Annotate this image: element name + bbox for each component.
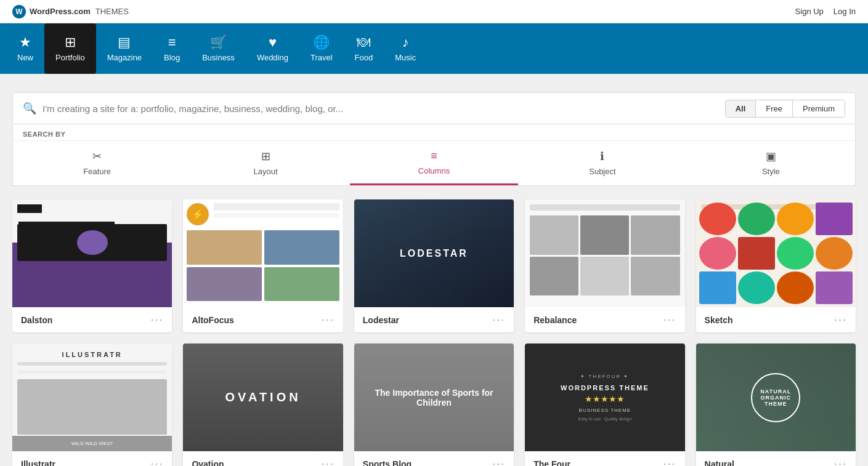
theme-dots-sports[interactable]: ···: [492, 457, 505, 466]
wedding-icon: ♥: [269, 36, 277, 49]
tab-style-label: Style: [762, 167, 780, 176]
theme-footer-altofocus: AltoFocus ···: [183, 307, 343, 332]
filter-free[interactable]: Free: [756, 100, 793, 117]
search-icon: 🔍: [23, 102, 36, 115]
tab-style[interactable]: ▣ Style: [687, 141, 855, 185]
theme-footer-ovation: Ovation ···: [183, 451, 343, 466]
theme-name-thefour: The Four: [533, 459, 570, 467]
theme-dots-ovation[interactable]: ···: [322, 457, 335, 466]
search-by-section: SEARCH BY ✂ Feature ⊞ Layout ≡ Columns ℹ…: [12, 124, 856, 186]
nav-bar: ★ New ⊞ Portfolio ▤ Magazine ≡ Blog 🛒 Bu…: [0, 23, 868, 74]
theme-dots-sketch[interactable]: ···: [834, 313, 847, 326]
ovation-text: OVATION: [225, 390, 301, 404]
theme-name-dalston: Dalston: [21, 315, 52, 325]
filter-all[interactable]: All: [726, 100, 756, 117]
theme-dots-rebalance[interactable]: ···: [663, 313, 676, 326]
theme-name-sports: Sports Blog: [363, 459, 412, 467]
theme-card-lodestar[interactable]: LODESTAR Lodestar ···: [354, 199, 514, 332]
nav-item-travel[interactable]: 🌐 Travel: [299, 23, 344, 74]
columns-icon: ≡: [431, 150, 437, 163]
portfolio-icon: ⊞: [65, 36, 76, 49]
theme-thumb-sketch: [696, 199, 856, 307]
theme-card-dalston[interactable]: Dalston ···: [12, 199, 172, 332]
theme-dots-lodestar[interactable]: ···: [492, 313, 505, 326]
tab-layout[interactable]: ⊞ Layout: [181, 141, 349, 185]
travel-icon: 🌐: [313, 36, 330, 49]
search-container: 🔍 All Free Premium: [12, 92, 856, 124]
theme-name-ovation: Ovation: [192, 459, 224, 467]
nav-label-travel: Travel: [310, 53, 333, 62]
theme-thumb-sports: The Importance of Sports for Children: [354, 343, 514, 451]
theme-thumb-thefour: ✦ THEFOUR ✦ WORDPRESS THEME ★★★★★ BUSINE…: [525, 343, 684, 451]
theme-footer-illustratr: Illustratr ···: [12, 451, 172, 466]
nav-item-portfolio[interactable]: ⊞ Portfolio: [44, 23, 96, 74]
magazine-icon: ▤: [118, 36, 131, 49]
sports-text: The Importance of Sports for Children: [354, 388, 514, 408]
theme-thumb-lodestar: LODESTAR: [354, 199, 514, 307]
tab-subject[interactable]: ℹ Subject: [518, 141, 686, 185]
filter-premium[interactable]: Premium: [793, 100, 845, 117]
tab-feature-label: Feature: [83, 167, 111, 176]
nav-item-business[interactable]: 🛒 Business: [191, 23, 246, 74]
music-icon: ♪: [402, 36, 409, 49]
top-bar-right: Sign Up Log In: [795, 7, 856, 16]
search-input[interactable]: [43, 103, 725, 114]
nav-item-magazine[interactable]: ▤ Magazine: [96, 23, 153, 74]
nav-label-magazine: Magazine: [107, 53, 142, 62]
theme-footer-dalston: Dalston ···: [12, 307, 172, 332]
nav-label-blog: Blog: [164, 53, 180, 62]
theme-card-natural[interactable]: NATURAL ORGANIC THEME Natural ···: [696, 343, 856, 466]
theme-footer-lodestar: Lodestar ···: [354, 307, 514, 332]
theme-grid-row2: ILLUSTRATR WILD WILD WEST Illustratr ···…: [12, 343, 856, 466]
nav-item-new[interactable]: ★ New: [6, 23, 44, 74]
theme-name-altofocus: AltoFocus: [192, 315, 233, 325]
theme-card-sketch[interactable]: Sketch ···: [696, 199, 856, 332]
theme-dots-dalston[interactable]: ···: [150, 313, 163, 326]
lodestar-text: LODESTAR: [400, 248, 468, 259]
nav-item-blog[interactable]: ≡ Blog: [153, 23, 191, 74]
top-bar-left: W WordPress.com THEMES: [12, 5, 129, 18]
theme-dots-natural[interactable]: ···: [834, 457, 847, 466]
signup-link[interactable]: Sign Up: [795, 7, 824, 16]
themes-label: THEMES: [95, 7, 129, 16]
theme-card-rebalance[interactable]: Rebalance ···: [525, 199, 684, 332]
style-icon: ▣: [766, 150, 776, 163]
search-tabs: ✂ Feature ⊞ Layout ≡ Columns ℹ Subject ▣…: [13, 140, 855, 185]
nav-label-food: Food: [355, 53, 373, 62]
nav-item-music[interactable]: ♪ Music: [384, 23, 427, 74]
theme-dots-thefour[interactable]: ···: [663, 457, 676, 466]
nav-item-food[interactable]: 🍽 Food: [344, 23, 384, 74]
tab-feature[interactable]: ✂ Feature: [13, 141, 181, 185]
theme-dots-altofocus[interactable]: ···: [322, 313, 335, 326]
theme-footer-sports: Sports Blog ···: [354, 451, 514, 466]
theme-name-lodestar: Lodestar: [363, 315, 399, 325]
nav-label-business: Business: [202, 53, 235, 62]
top-bar: W WordPress.com THEMES Sign Up Log In: [0, 0, 868, 23]
theme-dots-illustratr[interactable]: ···: [150, 457, 163, 466]
layout-icon: ⊞: [261, 150, 270, 163]
filter-buttons: All Free Premium: [725, 100, 845, 118]
theme-card-thefour[interactable]: ✦ THEFOUR ✦ WORDPRESS THEME ★★★★★ BUSINE…: [525, 343, 684, 466]
theme-thumb-natural: NATURAL ORGANIC THEME: [696, 343, 856, 451]
blog-icon: ≡: [168, 36, 176, 49]
tab-columns[interactable]: ≡ Columns: [350, 141, 518, 185]
theme-card-sports[interactable]: The Importance of Sports for Children Sp…: [354, 343, 514, 466]
nav-label-music: Music: [395, 53, 416, 62]
theme-card-altofocus[interactable]: ⚡ AltoFocus ···: [183, 199, 343, 332]
theme-thumb-rebalance: [525, 199, 684, 307]
theme-card-illustratr[interactable]: ILLUSTRATR WILD WILD WEST Illustratr ···: [12, 343, 172, 466]
nav-item-wedding[interactable]: ♥ Wedding: [246, 23, 299, 74]
theme-footer-thefour: The Four ···: [525, 451, 684, 466]
theme-thumb-altofocus: ⚡: [183, 199, 343, 307]
theme-card-ovation[interactable]: OVATION Ovation ···: [183, 343, 343, 466]
tab-layout-label: Layout: [254, 167, 278, 176]
login-link[interactable]: Log In: [834, 7, 856, 16]
theme-thumb-illustratr: ILLUSTRATR WILD WILD WEST: [12, 343, 172, 451]
feature-icon: ✂: [92, 150, 102, 163]
theme-footer-natural: Natural ···: [696, 451, 856, 466]
new-icon: ★: [19, 36, 31, 49]
theme-footer-sketch: Sketch ···: [696, 307, 856, 332]
food-icon: 🍽: [357, 36, 370, 49]
theme-thumb-ovation: OVATION: [183, 343, 343, 451]
nav-label-new: New: [17, 53, 33, 62]
